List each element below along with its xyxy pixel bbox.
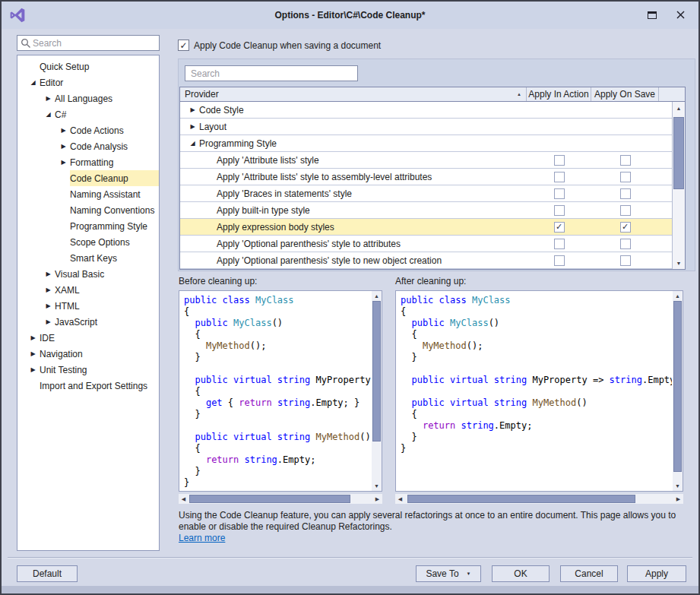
- tree-collapsed-icon[interactable]: ▶: [42, 95, 55, 102]
- apply-on-save-checkbox[interactable]: [620, 205, 631, 216]
- apply-in-action-checkbox[interactable]: [554, 255, 565, 266]
- code-line: }: [401, 443, 672, 454]
- provider-row-apply-expression-body-styles[interactable]: Apply expression body styles✓✓: [180, 219, 672, 236]
- scroll-right-icon[interactable]: ▶: [372, 494, 382, 504]
- provider-label: Apply expression body styles: [217, 222, 334, 233]
- tree-item-visual-basic[interactable]: ▶Visual Basic: [17, 266, 159, 282]
- group-collapsed-icon[interactable]: ▶: [186, 123, 199, 130]
- tree-item-html[interactable]: ▶HTML: [17, 298, 159, 314]
- provider-row-apply-attribute-lists-style-to-assembly-level-attributes[interactable]: Apply 'Attribute lists' style to assembl…: [180, 169, 672, 185]
- before-hscrollbar[interactable]: ◀ ▶: [179, 494, 382, 504]
- tree-collapsed-icon[interactable]: ▶: [57, 127, 70, 134]
- tree-collapsed-icon[interactable]: ▶: [42, 286, 55, 293]
- group-collapsed-icon[interactable]: ▶: [186, 106, 199, 113]
- tree-expanded-icon[interactable]: ◢: [42, 111, 55, 118]
- tree-item-smart-keys[interactable]: Smart Keys: [17, 250, 159, 266]
- provider-row-apply-built-in-type-style[interactable]: Apply built-in type style: [180, 202, 672, 219]
- tree-item-code-analysis[interactable]: ▶Code Analysis: [17, 138, 159, 154]
- provider-row-apply-optional-parenthesis-style-to-new-object-creation[interactable]: Apply 'Optional parenthesis' style to ne…: [180, 252, 672, 269]
- close-button[interactable]: [676, 10, 686, 20]
- provider-group-layout[interactable]: ▶Layout: [180, 119, 672, 135]
- table-vscrollbar[interactable]: ▲ ▼: [672, 102, 685, 269]
- apply-in-action-checkbox[interactable]: ✓: [554, 222, 565, 233]
- scroll-up-icon[interactable]: ▲: [673, 102, 685, 114]
- scroll-left-icon[interactable]: ◀: [395, 494, 405, 504]
- scroll-up-icon[interactable]: ▲: [372, 291, 382, 301]
- apply-in-action-checkbox[interactable]: [554, 155, 565, 166]
- provider-search-input[interactable]: [189, 68, 353, 80]
- table-scrollbar-thumb[interactable]: [673, 117, 684, 189]
- tree-item-formatting[interactable]: ▶Formatting: [17, 154, 159, 170]
- apply-on-save-checkbox[interactable]: ✓: [620, 222, 631, 233]
- apply-button[interactable]: Apply: [627, 565, 686, 582]
- tree-item-import-and-export-settings[interactable]: Import and Export Settings: [17, 378, 159, 394]
- apply-in-action-checkbox[interactable]: [554, 188, 565, 199]
- tree-item-label: Programming Style: [70, 218, 159, 234]
- tree-item-naming-assistant[interactable]: Naming Assistant: [17, 186, 159, 202]
- tree-item-code-actions[interactable]: ▶Code Actions: [17, 122, 159, 138]
- tree-item-quick-setup[interactable]: Quick Setup: [17, 59, 159, 74]
- apply-in-action-checkbox[interactable]: [554, 205, 565, 216]
- default-button[interactable]: Default: [17, 565, 78, 582]
- sidebar-search-input[interactable]: [31, 37, 156, 49]
- before-vscrollbar-thumb[interactable]: [372, 301, 381, 442]
- tree-item-editor[interactable]: ◢Editor: [17, 74, 159, 90]
- tree-collapsed-icon[interactable]: ▶: [42, 302, 55, 309]
- tree-item-c[interactable]: ◢C#: [17, 106, 159, 122]
- provider-group-programming-style[interactable]: ◢Programming Style: [180, 135, 672, 152]
- tree-collapsed-icon[interactable]: ▶: [42, 318, 55, 325]
- tree-item-unit-testing[interactable]: ▶Unit Testing: [17, 362, 159, 378]
- apply-code-cleanup-checkbox[interactable]: ✓: [178, 40, 189, 51]
- ok-button[interactable]: OK: [492, 565, 550, 582]
- tree-collapsed-icon[interactable]: ▶: [27, 350, 40, 357]
- after-hscrollbar[interactable]: ◀ ▶: [395, 494, 683, 504]
- learn-more-link[interactable]: Learn more: [179, 533, 225, 543]
- after-vscrollbar[interactable]: ▲ ▼: [673, 291, 683, 491]
- column-header-apply-on-save[interactable]: Apply On Save: [591, 87, 659, 101]
- save-to-button[interactable]: Save To ▼: [416, 565, 481, 582]
- scroll-down-icon[interactable]: ▼: [673, 481, 683, 491]
- tree-item-navigation[interactable]: ▶Navigation: [17, 346, 159, 362]
- scroll-up-icon[interactable]: ▲: [673, 291, 683, 301]
- after-code: public class MyClass{ public MyClass() {…: [401, 295, 672, 491]
- before-hscrollbar-thumb[interactable]: [189, 495, 350, 503]
- after-hscrollbar-thumb[interactable]: [407, 495, 635, 503]
- tree-collapsed-icon[interactable]: ▶: [27, 366, 40, 373]
- scroll-down-icon[interactable]: ▼: [673, 257, 685, 269]
- tree-item-scope-options[interactable]: Scope Options: [17, 234, 159, 250]
- before-vscrollbar[interactable]: ▲ ▼: [372, 291, 382, 491]
- provider-row-apply-braces-in-statements-style[interactable]: Apply 'Braces in statements' style: [180, 185, 672, 202]
- provider-row-apply-optional-parenthesis-style-to-attributes[interactable]: Apply 'Optional parenthesis' style to at…: [180, 236, 672, 252]
- tree-collapsed-icon[interactable]: ▶: [57, 159, 70, 166]
- apply-on-save-checkbox[interactable]: [620, 255, 631, 266]
- apply-in-action-checkbox[interactable]: [554, 239, 565, 249]
- tree-item-ide[interactable]: ▶IDE: [17, 330, 159, 346]
- cancel-button[interactable]: Cancel: [560, 565, 618, 582]
- tree-expanded-icon[interactable]: ◢: [27, 79, 40, 86]
- scroll-down-icon[interactable]: ▼: [372, 481, 382, 491]
- apply-on-save-checkbox[interactable]: [620, 239, 631, 249]
- tree-item-code-cleanup[interactable]: Code Cleanup: [17, 170, 159, 186]
- apply-in-action-checkbox[interactable]: [554, 172, 565, 182]
- apply-on-save-checkbox[interactable]: [620, 155, 631, 166]
- tree-collapsed-icon[interactable]: ▶: [57, 143, 70, 150]
- column-header-provider[interactable]: Provider ▲: [180, 87, 527, 101]
- tree-item-label: IDE: [40, 330, 159, 346]
- provider-row-apply-attribute-lists-style[interactable]: Apply 'Attribute lists' style: [180, 152, 672, 169]
- scroll-right-icon[interactable]: ▶: [673, 494, 683, 504]
- tree-item-javascript[interactable]: ▶JavaScript: [17, 314, 159, 330]
- tree-item-naming-conventions[interactable]: Naming Conventions: [17, 202, 159, 218]
- after-vscrollbar-thumb[interactable]: [673, 301, 682, 472]
- column-header-apply-in-action[interactable]: Apply In Action: [527, 87, 591, 101]
- tree-collapsed-icon[interactable]: ▶: [42, 271, 55, 277]
- apply-on-save-checkbox[interactable]: [620, 188, 631, 199]
- provider-group-code-style[interactable]: ▶Code Style: [180, 102, 672, 119]
- maximize-button[interactable]: [648, 11, 657, 19]
- scroll-left-icon[interactable]: ◀: [179, 494, 188, 504]
- tree-item-programming-style[interactable]: Programming Style: [17, 218, 159, 234]
- tree-item-xaml[interactable]: ▶XAML: [17, 282, 159, 298]
- apply-on-save-checkbox[interactable]: [620, 172, 631, 182]
- group-expanded-icon[interactable]: ◢: [186, 140, 199, 147]
- tree-item-all-languages[interactable]: ▶All Languages: [17, 90, 159, 106]
- tree-collapsed-icon[interactable]: ▶: [27, 334, 40, 341]
